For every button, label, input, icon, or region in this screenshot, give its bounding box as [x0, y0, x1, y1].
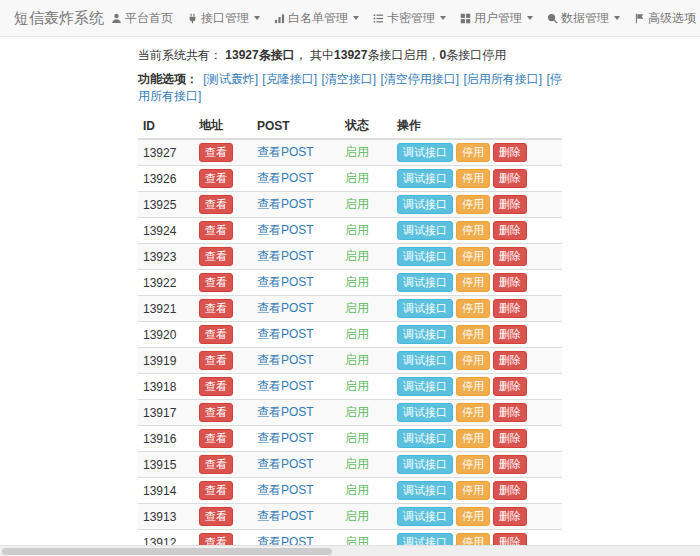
option-test-bomb-link[interactable]: [测试轰炸] [203, 72, 258, 86]
nav-item-user-mgmt[interactable]: 用户管理 [453, 10, 540, 27]
nav-item-home[interactable]: 平台首页 [104, 10, 180, 27]
view-post-link[interactable]: 查看POST [257, 145, 314, 159]
nav-item-data-mgmt[interactable]: 数据管理 [540, 10, 627, 27]
delete-button[interactable]: 删除 [493, 377, 527, 396]
disable-button[interactable]: 停用 [456, 455, 490, 474]
view-post-link[interactable]: 查看POST [257, 509, 314, 523]
view-button[interactable]: 查看 [199, 403, 233, 422]
summary-text: 条接口启用， [367, 48, 439, 62]
option-clear-disabled-api-link[interactable]: [清空停用接口] [380, 72, 459, 86]
nav-item-advanced-options[interactable]: 高级选项 [627, 10, 700, 27]
view-post-link[interactable]: 查看POST [257, 379, 314, 393]
table-row: 13914 查看 查看POST 启用 调试接口停用删除 [138, 478, 562, 504]
delete-button[interactable]: 删除 [493, 481, 527, 500]
disable-button[interactable]: 停用 [456, 143, 490, 162]
delete-button[interactable]: 删除 [493, 455, 527, 474]
col-header-post: POST [252, 113, 340, 139]
view-button[interactable]: 查看 [199, 169, 233, 188]
delete-button[interactable]: 删除 [493, 195, 527, 214]
debug-api-button[interactable]: 调试接口 [397, 325, 453, 344]
view-button[interactable]: 查看 [199, 247, 233, 266]
disable-button[interactable]: 停用 [456, 169, 490, 188]
flag-icon [634, 13, 645, 24]
view-button[interactable]: 查看 [199, 221, 233, 240]
view-post-link[interactable]: 查看POST [257, 457, 314, 471]
horizontal-scrollbar[interactable] [0, 545, 700, 556]
row-id: 13922 [138, 270, 194, 296]
list-icon [373, 13, 384, 24]
view-button[interactable]: 查看 [199, 195, 233, 214]
disable-button[interactable]: 停用 [456, 247, 490, 266]
option-clear-api-link[interactable]: [清空接口] [321, 72, 376, 86]
nav-item-api-mgmt[interactable]: 接口管理 [180, 10, 267, 27]
debug-api-button[interactable]: 调试接口 [397, 221, 453, 240]
view-button[interactable]: 查看 [199, 273, 233, 292]
debug-api-button[interactable]: 调试接口 [397, 247, 453, 266]
view-post-link[interactable]: 查看POST [257, 275, 314, 289]
view-button[interactable]: 查看 [199, 377, 233, 396]
delete-button[interactable]: 删除 [493, 247, 527, 266]
delete-button[interactable]: 删除 [493, 429, 527, 448]
delete-button[interactable]: 删除 [493, 507, 527, 526]
delete-button[interactable]: 删除 [493, 351, 527, 370]
disable-button[interactable]: 停用 [456, 351, 490, 370]
disable-button[interactable]: 停用 [456, 377, 490, 396]
disable-button[interactable]: 停用 [456, 195, 490, 214]
debug-api-button[interactable]: 调试接口 [397, 143, 453, 162]
delete-button[interactable]: 删除 [493, 325, 527, 344]
debug-api-button[interactable]: 调试接口 [397, 377, 453, 396]
nav-item-card-mgmt[interactable]: 卡密管理 [366, 10, 453, 27]
view-button[interactable]: 查看 [199, 481, 233, 500]
view-post-link[interactable]: 查看POST [257, 301, 314, 315]
delete-button[interactable]: 删除 [493, 299, 527, 318]
scrollbar-thumb[interactable] [2, 548, 332, 555]
delete-button[interactable]: 删除 [493, 143, 527, 162]
debug-api-button[interactable]: 调试接口 [397, 507, 453, 526]
view-button[interactable]: 查看 [199, 429, 233, 448]
view-post-link[interactable]: 查看POST [257, 249, 314, 263]
nav-item-whitelist-mgmt[interactable]: 白名单管理 [267, 10, 366, 27]
debug-api-button[interactable]: 调试接口 [397, 481, 453, 500]
view-post-link[interactable]: 查看POST [257, 353, 314, 367]
debug-api-button[interactable]: 调试接口 [397, 429, 453, 448]
table-row: 13919 查看 查看POST 启用 调试接口停用删除 [138, 348, 562, 374]
disable-button[interactable]: 停用 [456, 481, 490, 500]
debug-api-button[interactable]: 调试接口 [397, 455, 453, 474]
disable-button[interactable]: 停用 [456, 429, 490, 448]
disable-button[interactable]: 停用 [456, 299, 490, 318]
delete-button[interactable]: 删除 [493, 221, 527, 240]
disable-button[interactable]: 停用 [456, 273, 490, 292]
view-post-link[interactable]: 查看POST [257, 197, 314, 211]
view-button[interactable]: 查看 [199, 351, 233, 370]
view-post-link[interactable]: 查看POST [257, 171, 314, 185]
debug-api-button[interactable]: 调试接口 [397, 195, 453, 214]
debug-api-button[interactable]: 调试接口 [397, 273, 453, 292]
view-button[interactable]: 查看 [199, 299, 233, 318]
delete-button[interactable]: 删除 [493, 169, 527, 188]
debug-api-button[interactable]: 调试接口 [397, 299, 453, 318]
delete-button[interactable]: 删除 [493, 403, 527, 422]
disable-button[interactable]: 停用 [456, 403, 490, 422]
view-post-link[interactable]: 查看POST [257, 327, 314, 341]
debug-api-button[interactable]: 调试接口 [397, 403, 453, 422]
table-row: 13925 查看 查看POST 启用 调试接口停用删除 [138, 192, 562, 218]
debug-api-button[interactable]: 调试接口 [397, 169, 453, 188]
row-id: 13918 [138, 374, 194, 400]
disable-button[interactable]: 停用 [456, 507, 490, 526]
debug-api-button[interactable]: 调试接口 [397, 351, 453, 370]
view-post-link[interactable]: 查看POST [257, 223, 314, 237]
delete-button[interactable]: 删除 [493, 273, 527, 292]
summary-text: 当前系统共有： [138, 48, 225, 62]
chevron-down-icon [614, 16, 620, 20]
option-clone-api-link[interactable]: [克隆接口] [262, 72, 317, 86]
view-post-link[interactable]: 查看POST [257, 405, 314, 419]
disable-button[interactable]: 停用 [456, 325, 490, 344]
view-button[interactable]: 查看 [199, 507, 233, 526]
view-button[interactable]: 查看 [199, 325, 233, 344]
view-post-link[interactable]: 查看POST [257, 431, 314, 445]
view-button[interactable]: 查看 [199, 143, 233, 162]
view-post-link[interactable]: 查看POST [257, 483, 314, 497]
disable-button[interactable]: 停用 [456, 221, 490, 240]
option-enable-all-link[interactable]: [启用所有接口] [463, 72, 542, 86]
view-button[interactable]: 查看 [199, 455, 233, 474]
